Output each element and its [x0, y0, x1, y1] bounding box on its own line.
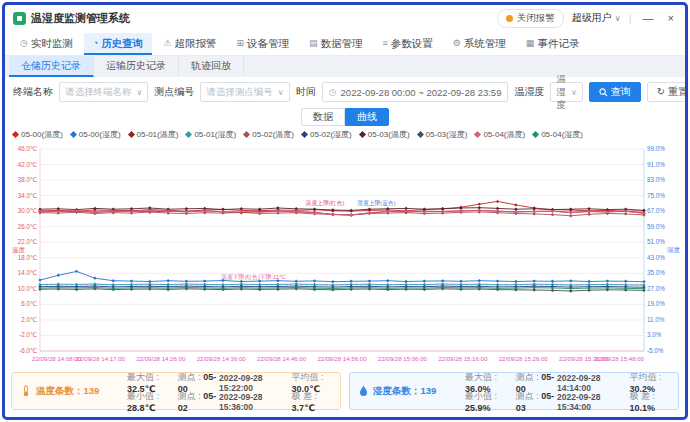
subtab-轨迹回放[interactable]: 轨迹回放 [179, 56, 244, 77]
svg-text:22/09/28 15:06:00: 22/09/28 15:06:00 [378, 355, 428, 362]
legend-item[interactable]: 05-04(湿度) [533, 129, 583, 140]
svg-text:湿度: 湿度 [667, 246, 680, 254]
nav-item-历史查询[interactable]: ◔历史查询 [84, 33, 152, 55]
nav-item-label: 参数设置 [391, 32, 433, 54]
legend-label: 05-01(温度) [137, 129, 179, 140]
legend-item[interactable]: 05-02(温度) [244, 129, 294, 140]
svg-text:22/09/28 14:36:00: 22/09/28 14:36:00 [197, 355, 247, 362]
legend-item[interactable]: 05-02(湿度) [302, 129, 352, 140]
svg-text:10.0℃: 10.0℃ [18, 285, 37, 292]
humidity-summary-card: 湿度条数：139 最大值 : 36.0% 测点 : 05-00 2022-09-… [349, 372, 679, 410]
nav-item-超限报警[interactable]: ⚠超限报警 [154, 33, 225, 55]
nav-item-label: 实时监测 [31, 32, 73, 54]
legend-marker-icon [359, 130, 366, 137]
history-icon: ◔ [93, 32, 98, 54]
svg-text:59.0%: 59.0% [647, 223, 665, 230]
legend-item[interactable]: 05-00(湿度) [71, 129, 121, 140]
svg-text:22/09/28 14:46:00: 22/09/28 14:46:00 [257, 355, 307, 362]
nav-item-事件记录[interactable]: ▦事件记录 [517, 33, 589, 55]
svg-text:42.0℃: 42.0℃ [18, 161, 37, 168]
svg-text:-2.0℃: -2.0℃ [19, 331, 37, 338]
close-alarm-label: 关闭报警 [517, 12, 555, 25]
terminal-select[interactable]: 请选择终端名称 ∨ [59, 82, 148, 102]
time-range-input[interactable]: ◷ 2022-09-28 00:00 ~ 2022-09-28 23:59 [322, 82, 509, 102]
data-view-button[interactable]: 数据 [301, 108, 345, 126]
minimize-button[interactable]: — [640, 10, 657, 26]
nav-item-label: 系统管理 [464, 32, 506, 54]
chevron-down-icon: ∨ [571, 88, 577, 97]
chevron-down-icon: ∨ [137, 88, 143, 97]
nav-item-实时监测[interactable]: ◷实时监测 [11, 33, 82, 55]
legend-marker-icon [417, 130, 424, 137]
close-button[interactable]: × [665, 10, 677, 26]
legend-marker-icon [185, 130, 192, 137]
realtime-icon: ◷ [20, 32, 28, 54]
subtab-运输历史记录[interactable]: 运输历史记录 [94, 56, 179, 77]
nav-item-设备管理[interactable]: ⊞设备管理 [227, 33, 298, 55]
droplet-icon [359, 385, 368, 397]
subtab-仓储历史记录[interactable]: 仓储历史记录 [9, 56, 94, 77]
type-select[interactable]: 温湿度 ∨ [550, 82, 582, 102]
hum-min-time: 2022-09-28 15:34:00 [557, 392, 630, 412]
thermometer-icon [21, 385, 31, 397]
svg-text:-5.0%: -5.0% [647, 347, 664, 354]
nav-item-label: 数据管理 [320, 32, 362, 54]
legend-marker-icon [243, 130, 250, 137]
legend-label: 05-04(温度) [483, 129, 525, 140]
user-menu[interactable]: 超级用户 ∨ [572, 11, 621, 25]
svg-text:35.0%: 35.0% [647, 269, 665, 276]
chevron-down-icon: ∨ [615, 14, 621, 23]
svg-text:19.0%: 19.0% [647, 300, 665, 307]
svg-text:22/09/28 15:48:00: 22/09/28 15:48:00 [595, 355, 645, 362]
nav-item-系统管理[interactable]: ⚙系统管理 [444, 33, 515, 55]
svg-text:99.0%: 99.0% [647, 145, 665, 152]
svg-text:3.0%: 3.0% [647, 331, 662, 338]
legend-item[interactable]: 05-03(湿度) [418, 129, 468, 140]
legend-item[interactable]: 05-01(湿度) [186, 129, 236, 140]
legend-label: 05-03(温度) [368, 129, 410, 140]
nav-item-参数设置[interactable]: ≡参数设置 [373, 33, 441, 55]
reset-button[interactable]: ↻ 重置 [647, 82, 688, 102]
point-select[interactable]: 请选择测点编号 ∨ [200, 82, 289, 102]
svg-text:22/09/28 14:26:00: 22/09/28 14:26:00 [136, 355, 186, 362]
svg-text:30.0℃: 30.0℃ [18, 207, 37, 214]
terminal-label: 终端名称 [13, 85, 53, 99]
time-label: 时间 [296, 85, 316, 99]
legend-item[interactable]: 05-01(温度) [129, 129, 179, 140]
svg-text:18.0℃: 18.0℃ [18, 254, 37, 261]
legend-item[interactable]: 05-00(温度) [13, 129, 63, 140]
chevron-down-icon: ∨ [278, 88, 284, 97]
type-label: 温湿度 [514, 85, 544, 99]
line-chart: 46.0℃42.0℃38.0℃34.0℃30.0℃26.0℃22.0℃18.0℃… [10, 141, 680, 369]
user-name: 超级用户 [572, 11, 612, 25]
svg-text:温度下限(红色)下限:11℃: 温度下限(红色)下限:11℃ [220, 273, 286, 281]
legend-marker-icon [128, 130, 135, 137]
nav-item-数据管理[interactable]: ▤数据管理 [300, 33, 372, 55]
svg-text:43.0%: 43.0% [647, 254, 665, 261]
close-alarm-button[interactable]: 关闭报警 [497, 9, 564, 28]
subtabs: 仓储历史记录运输历史记录轨迹回放 [5, 56, 685, 77]
search-button[interactable]: 查询 [589, 82, 641, 102]
svg-text:-6.0℃: -6.0℃ [19, 347, 37, 354]
device-icon: ⊞ [236, 32, 244, 54]
svg-text:51.0%: 51.0% [647, 238, 665, 245]
view-toggle: 数据 曲线 [5, 107, 685, 127]
legend-marker-icon [12, 130, 19, 137]
legend-item[interactable]: 05-03(温度) [360, 129, 410, 140]
curve-view-button[interactable]: 曲线 [345, 108, 389, 126]
chart-canvas: 46.0℃42.0℃38.0℃34.0℃30.0℃26.0℃22.0℃18.0℃… [10, 141, 680, 369]
nav-item-label: 事件记录 [537, 32, 579, 54]
legend-item[interactable]: 05-04(温度) [475, 129, 525, 140]
system-icon: ⚙ [453, 32, 461, 54]
hum-card-label: 湿度条数：139 [373, 385, 436, 398]
alarm-icon: ⚠ [163, 32, 171, 54]
svg-text:22/09/28 14:08:00: 22/09/28 14:08:00 [32, 355, 82, 362]
temperature-summary-card: 温度条数：139 最大值 : 32.5℃ 测点 : 05-00 2022-09-… [11, 372, 341, 410]
svg-text:22/09/28 14:56:00: 22/09/28 14:56:00 [317, 355, 367, 362]
events-icon: ▦ [526, 32, 535, 54]
main-nav: ◷实时监测◔历史查询⚠超限报警⊞设备管理▤数据管理≡参数设置⚙系统管理▦事件记录 [5, 31, 685, 56]
legend-label: 05-00(湿度) [79, 129, 121, 140]
legend-marker-icon [70, 130, 77, 137]
svg-text:67.0%: 67.0% [647, 207, 665, 214]
svg-text:温度: 温度 [12, 246, 26, 254]
